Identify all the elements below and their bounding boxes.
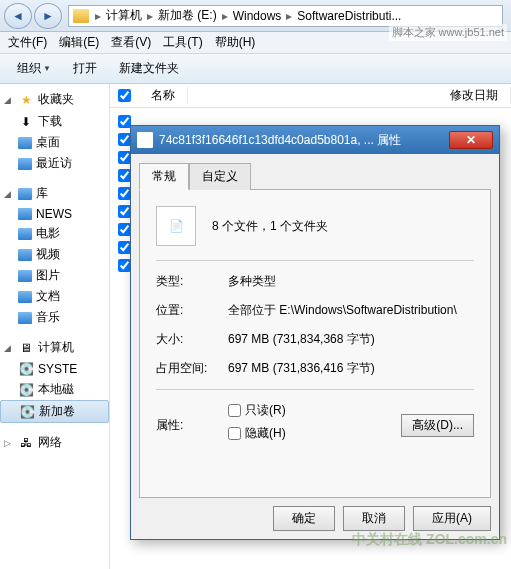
sidebar-item-news[interactable]: NEWS — [0, 205, 109, 223]
collapse-icon: ◢ — [4, 189, 14, 199]
sidebar-item-recent[interactable]: 最近访 — [0, 153, 109, 174]
sidebar-item-label: 图片 — [36, 267, 60, 284]
advanced-button[interactable]: 高级(D)... — [401, 414, 474, 437]
sidebar-computer[interactable]: ◢🖥计算机 — [0, 336, 109, 359]
toolbar: 组织▼ 打开 新建文件夹 — [0, 54, 511, 84]
sidebar-item-label: 新加卷 — [39, 403, 75, 420]
ok-button[interactable]: 确定 — [273, 506, 335, 531]
forward-button[interactable]: ► — [34, 3, 62, 29]
menu-file[interactable]: 文件(F) — [8, 34, 47, 51]
menu-help[interactable]: 帮助(H) — [215, 34, 256, 51]
watermark: 中关村在线 ZOL.com.cn — [352, 531, 507, 549]
sidebar-item-music[interactable]: 音乐 — [0, 307, 109, 328]
computer-icon: 🖥 — [18, 340, 34, 356]
sidebar-item-pictures[interactable]: 图片 — [0, 265, 109, 286]
breadcrumb-item[interactable]: Windows — [230, 9, 285, 23]
breadcrumb-item[interactable]: SoftwareDistributi... — [294, 9, 404, 23]
network-icon: 🖧 — [18, 435, 34, 451]
folder-icon — [73, 9, 89, 23]
menu-edit[interactable]: 编辑(E) — [59, 34, 99, 51]
dialog-titlebar[interactable]: 74c81f3f16646f1c13dfd4c0ad5b801a, ... 属性… — [131, 126, 499, 154]
close-button[interactable]: ✕ — [449, 131, 493, 149]
folder-icon — [18, 291, 32, 303]
tab-general[interactable]: 常规 — [139, 163, 189, 190]
type-value: 多种类型 — [228, 273, 474, 290]
dialog-buttons: 确定 取消 应用(A) — [139, 498, 491, 531]
star-icon: ★ — [18, 92, 34, 108]
download-icon: ⬇ — [18, 114, 34, 130]
sidebar-item-desktop[interactable]: 桌面 — [0, 132, 109, 153]
cancel-button[interactable]: 取消 — [343, 506, 405, 531]
sidebar-item-label: 电影 — [36, 225, 60, 242]
size-on-disk-label: 占用空间: — [156, 360, 228, 377]
sidebar-network[interactable]: ▷🖧网络 — [0, 431, 109, 454]
hidden-checkbox[interactable]: 隐藏(H) — [228, 425, 401, 442]
files-icon: 📄 — [156, 206, 196, 246]
dialog-tabs: 常规 自定义 — [139, 162, 491, 190]
document-icon — [137, 132, 153, 148]
breadcrumb-item[interactable]: 计算机 — [103, 7, 145, 24]
sidebar-item-videos[interactable]: 视频 — [0, 244, 109, 265]
summary-text: 8 个文件，1 个文件夹 — [212, 218, 328, 235]
sidebar-item-label: 视频 — [36, 246, 60, 263]
menu-view[interactable]: 查看(V) — [111, 34, 151, 51]
chevron-right-icon: ▸ — [220, 9, 230, 23]
watermark: 脚本之家 www.jb51.net — [389, 24, 507, 41]
sidebar-item-label: 音乐 — [36, 309, 60, 326]
readonly-checkbox[interactable]: 只读(R) — [228, 402, 401, 419]
column-headers: 名称 修改日期 — [110, 84, 511, 108]
menu-tools[interactable]: 工具(T) — [163, 34, 202, 51]
divider — [156, 260, 474, 261]
apply-button[interactable]: 应用(A) — [413, 506, 491, 531]
size-label: 大小: — [156, 331, 228, 348]
sidebar-item-movies[interactable]: 电影 — [0, 223, 109, 244]
sidebar-label: 网络 — [38, 434, 62, 451]
library-icon — [18, 188, 32, 200]
folder-icon — [18, 312, 32, 324]
sidebar-item-drive[interactable]: 💽本地磁 — [0, 379, 109, 400]
drive-icon: 💽 — [18, 382, 34, 398]
new-folder-button[interactable]: 新建文件夹 — [110, 56, 188, 81]
size-on-disk-value: 697 MB (731,836,416 字节) — [228, 360, 474, 377]
select-all-checkbox[interactable] — [118, 89, 131, 102]
folder-icon — [18, 270, 32, 282]
breadcrumb-item[interactable]: 新加卷 (E:) — [155, 7, 220, 24]
sidebar-label: 计算机 — [38, 339, 74, 356]
location-label: 位置: — [156, 302, 228, 319]
sidebar-item-drive-selected[interactable]: 💽新加卷 — [0, 400, 109, 423]
back-button[interactable]: ◄ — [4, 3, 32, 29]
size-value: 697 MB (731,834,368 字节) — [228, 331, 474, 348]
desktop-icon — [18, 137, 32, 149]
drive-icon: 💽 — [19, 404, 35, 420]
column-name[interactable]: 名称 — [139, 87, 188, 104]
chevron-right-icon: ▸ — [93, 9, 103, 23]
sidebar-item-drive[interactable]: 💽SYSTE — [0, 359, 109, 379]
drive-icon: 💽 — [18, 361, 34, 377]
sidebar-item-label: 本地磁 — [38, 381, 74, 398]
sidebar-favorites[interactable]: ◢★收藏夹 — [0, 88, 109, 111]
chevron-right-icon: ▸ — [145, 9, 155, 23]
folder-icon — [18, 208, 32, 220]
tab-custom[interactable]: 自定义 — [189, 163, 251, 190]
sidebar-item-downloads[interactable]: ⬇下载 — [0, 111, 109, 132]
dialog-body: 常规 自定义 📄 8 个文件，1 个文件夹 类型:多种类型 位置:全部位于 E:… — [131, 154, 499, 539]
chevron-right-icon: ▸ — [284, 9, 294, 23]
open-button[interactable]: 打开 — [64, 56, 106, 81]
sidebar-item-documents[interactable]: 文档 — [0, 286, 109, 307]
collapse-icon: ◢ — [4, 95, 14, 105]
sidebar-label: 收藏夹 — [38, 91, 74, 108]
sidebar: ◢★收藏夹 ⬇下载 桌面 最近访 ◢库 NEWS 电影 视频 图片 文档 音乐 … — [0, 84, 110, 569]
sidebar-libraries[interactable]: ◢库 — [0, 182, 109, 205]
location-value: 全部位于 E:\Windows\SoftwareDistribution\ — [228, 302, 474, 319]
organize-button[interactable]: 组织▼ — [8, 56, 60, 81]
sidebar-label: 库 — [36, 185, 48, 202]
sidebar-item-label: 最近访 — [36, 155, 72, 172]
folder-icon — [18, 228, 32, 240]
tab-content: 📄 8 个文件，1 个文件夹 类型:多种类型 位置:全部位于 E:\Window… — [139, 190, 491, 498]
expand-icon: ▷ — [4, 438, 14, 448]
sidebar-item-label: 桌面 — [36, 134, 60, 151]
type-label: 类型: — [156, 273, 228, 290]
sidebar-item-label: SYSTE — [38, 362, 77, 376]
column-modified[interactable]: 修改日期 — [438, 87, 511, 104]
properties-dialog: 74c81f3f16646f1c13dfd4c0ad5b801a, ... 属性… — [130, 125, 500, 540]
